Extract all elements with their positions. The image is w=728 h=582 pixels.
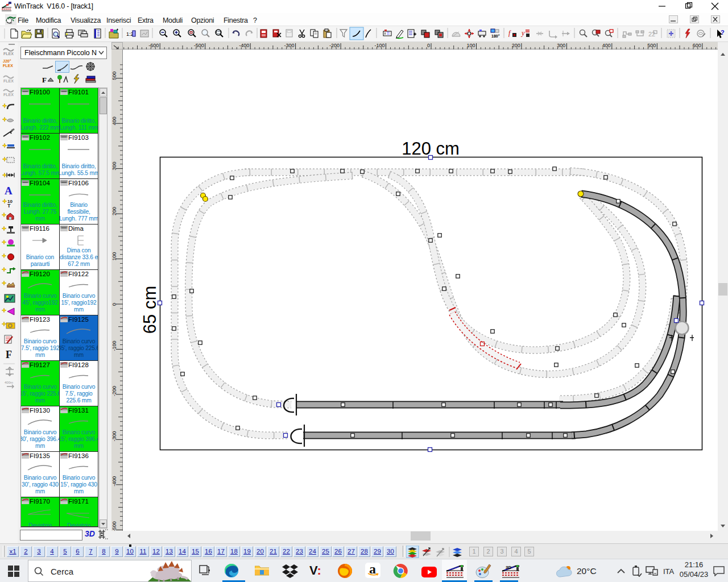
- svg-text:y: y: [521, 29, 525, 37]
- svg-text:-600: -600: [148, 43, 159, 48]
- svg-text:0: 0: [427, 43, 430, 48]
- svg-text:300: 300: [111, 162, 117, 171]
- svg-text:200: 200: [512, 43, 520, 48]
- svg-text:?: ?: [721, 29, 725, 36]
- svg-text:500: 500: [647, 43, 656, 48]
- svg-text:FLEX: FLEX: [3, 64, 13, 68]
- svg-text:100: 100: [466, 43, 475, 48]
- svg-text:200: 200: [111, 207, 117, 215]
- svg-text:400: 400: [602, 43, 611, 48]
- svg-text:400: 400: [111, 117, 117, 125]
- svg-text:f: f: [508, 29, 511, 37]
- svg-text:-100: -100: [111, 340, 117, 351]
- svg-text:-300: -300: [111, 431, 117, 441]
- svg-text:22: 22: [648, 31, 655, 38]
- svg-text:FLEX: FLEX: [3, 93, 14, 97]
- svg-text:400m: 400m: [5, 381, 13, 384]
- svg-text:-500: -500: [194, 43, 204, 48]
- svg-text:A: A: [5, 185, 13, 197]
- svg-text:F: F: [6, 349, 12, 360]
- svg-text:100: 100: [111, 252, 117, 260]
- svg-text:500: 500: [111, 72, 117, 80]
- svg-text:0: 0: [111, 303, 117, 306]
- svg-text:3D: 3D: [506, 565, 511, 570]
- svg-text:-200: -200: [329, 43, 340, 48]
- svg-text:T: T: [7, 203, 11, 209]
- svg-text:-400: -400: [239, 43, 249, 48]
- svg-text:FLEX: FLEX: [3, 52, 14, 56]
- svg-text:600: 600: [693, 43, 701, 48]
- svg-text:180°: 180°: [491, 34, 500, 38]
- svg-text:-300: -300: [284, 43, 295, 48]
- svg-text:-100: -100: [374, 43, 384, 48]
- svg-text:65 cm: 65 cm: [140, 286, 160, 334]
- svg-text:J20°: J20°: [3, 59, 11, 63]
- svg-text:-500: -500: [111, 521, 117, 531]
- svg-text:-200: -200: [111, 386, 117, 396]
- svg-text:300: 300: [557, 43, 565, 48]
- svg-text:FLEX: FLEX: [3, 79, 14, 83]
- svg-text:-400: -400: [111, 476, 117, 487]
- svg-text:F: F: [42, 76, 47, 84]
